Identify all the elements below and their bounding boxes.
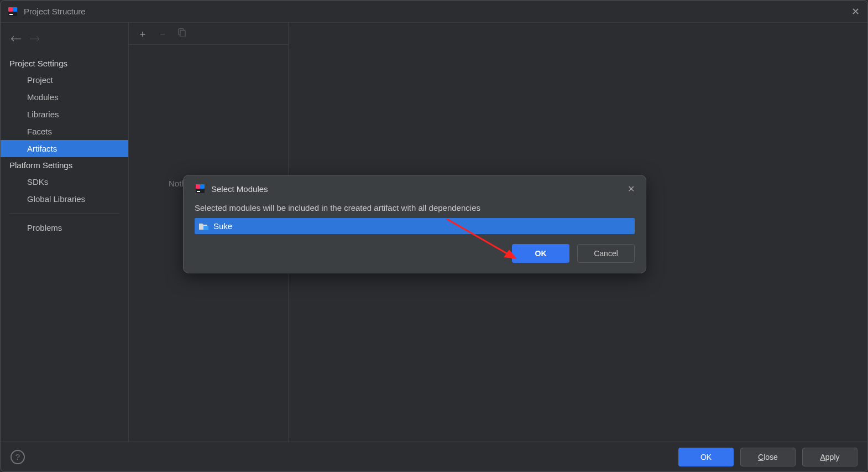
modal-header: Select Modules ✕: [195, 183, 635, 194]
sidebar: 🡐 🡒 Project Settings Project Modules Lib…: [1, 23, 129, 442]
select-modules-dialog: Select Modules ✕ Selected modules will b…: [183, 175, 646, 273]
module-folder-icon: [199, 222, 208, 230]
bottom-buttons: OK Close Apply: [678, 448, 857, 466]
platform-settings-header: Platform Settings: [1, 157, 128, 173]
sidebar-item-project[interactable]: Project: [1, 71, 128, 89]
module-name: Suke: [213, 221, 232, 231]
window-title: Project Structure: [24, 7, 86, 16]
sidebar-item-modules[interactable]: Modules: [1, 89, 128, 106]
list-toolbar: ＋ －: [129, 23, 288, 45]
intellij-icon: [195, 183, 206, 194]
add-icon[interactable]: ＋: [138, 27, 148, 40]
ok-button[interactable]: OK: [678, 448, 734, 466]
nav-buttons: 🡐 🡒: [1, 26, 128, 55]
svg-rect-10: [203, 226, 208, 230]
modal-header-left: Select Modules: [195, 183, 268, 194]
sidebar-item-sdks[interactable]: SDKs: [1, 173, 128, 190]
svg-rect-1: [8, 7, 13, 12]
close-button[interactable]: Close: [740, 448, 796, 466]
modal-ok-button[interactable]: OK: [512, 244, 569, 263]
titlebar: Project Structure ✕: [1, 1, 867, 23]
apply-button[interactable]: Apply: [802, 448, 857, 466]
remove-icon[interactable]: －: [158, 27, 168, 40]
modal-close-icon[interactable]: ✕: [628, 184, 635, 194]
modal-cancel-button[interactable]: Cancel: [577, 244, 635, 263]
svg-rect-5: [180, 30, 185, 37]
modal-description: Selected modules will be included in the…: [195, 203, 635, 212]
forward-icon[interactable]: 🡒: [29, 33, 40, 45]
svg-rect-8: [200, 184, 205, 189]
sidebar-item-libraries[interactable]: Libraries: [1, 106, 128, 123]
svg-rect-3: [9, 14, 13, 15]
intellij-icon: [7, 6, 18, 17]
sidebar-item-problems[interactable]: Problems: [1, 219, 128, 236]
modal-buttons: OK Cancel: [195, 244, 635, 263]
project-settings-header: Project Settings: [1, 55, 128, 71]
copy-icon[interactable]: [177, 28, 186, 39]
modal-title: Select Modules: [211, 184, 268, 194]
back-icon[interactable]: 🡐: [11, 33, 22, 45]
sidebar-item-artifacts[interactable]: Artifacts: [1, 140, 128, 157]
titlebar-left: Project Structure: [7, 6, 86, 17]
sidebar-divider: [9, 213, 119, 214]
sidebar-item-global-libraries[interactable]: Global Libraries: [1, 190, 128, 208]
svg-rect-2: [13, 7, 17, 12]
svg-rect-9: [197, 191, 200, 192]
bottom-bar: ? OK Close Apply: [1, 442, 867, 471]
help-icon[interactable]: ?: [11, 450, 25, 464]
svg-rect-7: [196, 184, 200, 189]
module-list-item[interactable]: Suke: [195, 218, 635, 234]
close-icon[interactable]: ✕: [850, 6, 861, 18]
sidebar-item-facets[interactable]: Facets: [1, 123, 128, 140]
